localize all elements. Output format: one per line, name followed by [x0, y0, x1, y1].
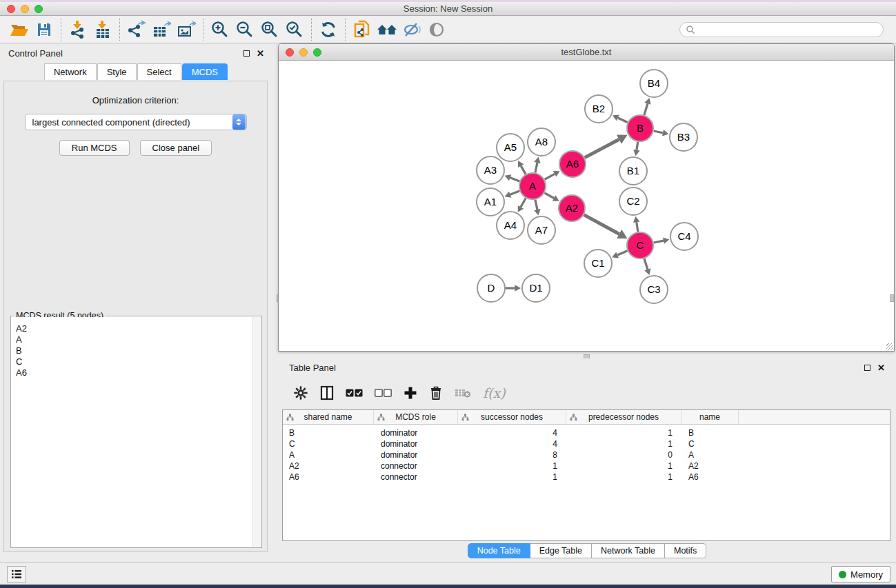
graph-edge-A-A5[interactable] [521, 166, 526, 174]
graph-edge-arrowhead [633, 216, 639, 223]
memory-label: Memory [850, 569, 883, 580]
network-graph: AA1A2A3A4A5A6A7A8BB1B2B3B4CC1C2C3C4DD1 [279, 61, 894, 351]
zoom-out-button[interactable] [232, 19, 257, 41]
table-settings-button[interactable] [293, 385, 308, 401]
column-header-mcds-role[interactable]: MCDS role [374, 410, 458, 424]
birds-eye-view-button[interactable] [424, 19, 449, 41]
graphics-details-button[interactable] [399, 19, 424, 41]
graph-edge-A-A2[interactable] [544, 193, 554, 199]
search-input[interactable] [695, 25, 877, 34]
graph-node-label: A2 [566, 202, 578, 214]
graph-edge-A-A3[interactable] [510, 178, 520, 181]
network-canvas[interactable]: AA1A2A3A4A5A6A7A8BB1B2B3B4CC1C2C3C4DD1 [279, 61, 893, 350]
zoom-selected-button[interactable] [282, 19, 307, 41]
graph-edge-C-C2[interactable] [637, 222, 638, 232]
graph-edge-C-C1[interactable] [617, 251, 627, 255]
table-row[interactable]: A6connector11A6 [283, 472, 890, 483]
mcds-result-item[interactable]: A2 [12, 323, 261, 334]
graph-edge-A6-B[interactable] [585, 139, 619, 157]
graph-node-label: C2 [626, 195, 639, 207]
mcds-result-item[interactable]: C [12, 356, 261, 367]
graph-edge-arrowhead [644, 98, 650, 105]
mcds-result-box: MCDS result (5 nodes) A2ABCA6 [10, 316, 262, 548]
tab-select[interactable]: Select [137, 63, 181, 80]
home-button[interactable] [375, 19, 399, 41]
search-field[interactable] [679, 22, 884, 37]
graph-edge-A-A6[interactable] [545, 174, 555, 179]
memory-button[interactable]: Memory [831, 566, 890, 582]
list-icon [11, 569, 22, 579]
graph-node-label: C1 [591, 257, 604, 269]
graph-edge-C-C3[interactable] [644, 258, 648, 270]
import-network-icon [69, 20, 87, 39]
tab-style[interactable]: Style [97, 63, 137, 80]
unselect-all-columns-button[interactable] [375, 389, 392, 397]
column-header-name[interactable]: name [681, 410, 739, 424]
mcds-result-list[interactable]: A2ABCA6 [12, 317, 261, 547]
export-image-button[interactable] [174, 19, 199, 41]
create-column-button[interactable] [404, 386, 417, 400]
cytoscape-app: Session: New Session [0, 0, 896, 588]
float-panel-icon[interactable] [243, 50, 250, 57]
tab-network-table[interactable]: Network Table [592, 543, 665, 558]
close-panel-icon[interactable]: ✕ [257, 49, 264, 58]
graph-edge-B-B4[interactable] [644, 103, 648, 115]
zoom-selected-icon [285, 20, 304, 39]
delete-column-button[interactable] [429, 385, 443, 401]
graph-edge-A-A8[interactable] [535, 163, 537, 172]
app-titlebar[interactable]: Session: New Session [0, 2, 896, 16]
tab-mcds[interactable]: MCDS [182, 63, 228, 80]
right-divider-grip[interactable] [890, 294, 894, 302]
mcds-result-item[interactable]: B [12, 345, 261, 356]
criterion-dropdown[interactable]: largest connected component (directed) [25, 114, 247, 130]
open-session-button[interactable] [7, 19, 32, 41]
show-columns-button[interactable] [320, 385, 334, 401]
table-row[interactable]: Cdominator41C [283, 438, 890, 449]
tab-node-table[interactable]: Node Table [468, 543, 530, 558]
zoom-in-button[interactable] [208, 19, 232, 41]
column-type-icon [377, 414, 385, 421]
column-header-predecessor-nodes[interactable]: predecessor nodes [566, 410, 681, 424]
select-all-columns-button[interactable] [346, 389, 363, 397]
mcds-result-item[interactable]: A [12, 334, 261, 345]
tab-edge-table[interactable]: Edge Table [530, 543, 592, 558]
network-window-titlebar[interactable]: testGlobe.txt [279, 44, 894, 61]
column-header-shared-name[interactable]: shared name [283, 410, 374, 424]
dropdown-stepper-icon [232, 114, 246, 130]
duplicate-network-button[interactable] [350, 19, 375, 41]
graph-node-label: C3 [647, 283, 660, 295]
close-table-panel-icon[interactable]: ✕ [877, 363, 885, 372]
column-header-successor-nodes[interactable]: successor nodes [458, 410, 566, 424]
export-network-button[interactable] [124, 19, 149, 41]
close-panel-button[interactable]: Close panel [140, 140, 212, 156]
graph-edge-C-C4[interactable] [654, 241, 664, 243]
graph-edge-A-A4[interactable] [521, 198, 526, 207]
node-table-body: Bdominator41BCdominator41CAdominator80AA… [283, 425, 890, 483]
tab-network[interactable]: Network [44, 63, 97, 80]
refresh-button[interactable] [316, 19, 341, 41]
open-folder-icon [10, 21, 29, 38]
table-row[interactable]: Adominator80A [283, 449, 890, 460]
graph-edge-B-B3[interactable] [654, 131, 663, 133]
graph-edge-B-B2[interactable] [618, 118, 628, 123]
graph-edge-A2-C[interactable] [584, 215, 619, 234]
run-mcds-button[interactable]: Run MCDS [59, 140, 130, 156]
window-resize-grip[interactable] [886, 343, 893, 350]
zoom-fit-button[interactable] [257, 19, 282, 41]
desktop-strip-bottom [0, 585, 896, 588]
mcds-result-scrollbar[interactable] [252, 317, 261, 547]
task-history-button[interactable] [7, 566, 26, 582]
graph-edge-A-A7[interactable] [535, 200, 537, 210]
graph-edge-B-B1[interactable] [637, 142, 638, 150]
save-session-button[interactable] [32, 19, 57, 41]
table-row[interactable]: A2connector11A2 [283, 460, 890, 472]
float-table-panel-icon[interactable] [864, 365, 870, 371]
import-network-button[interactable] [66, 19, 90, 41]
import-table-button[interactable] [90, 19, 115, 41]
graph-edge-A-A1[interactable] [510, 191, 520, 194]
tab-motifs[interactable]: Motifs [665, 543, 706, 558]
export-table-button[interactable] [149, 19, 174, 41]
mcds-result-item[interactable]: A6 [12, 367, 261, 378]
column-type-icon [461, 414, 469, 421]
table-row[interactable]: Bdominator41B [283, 427, 890, 438]
